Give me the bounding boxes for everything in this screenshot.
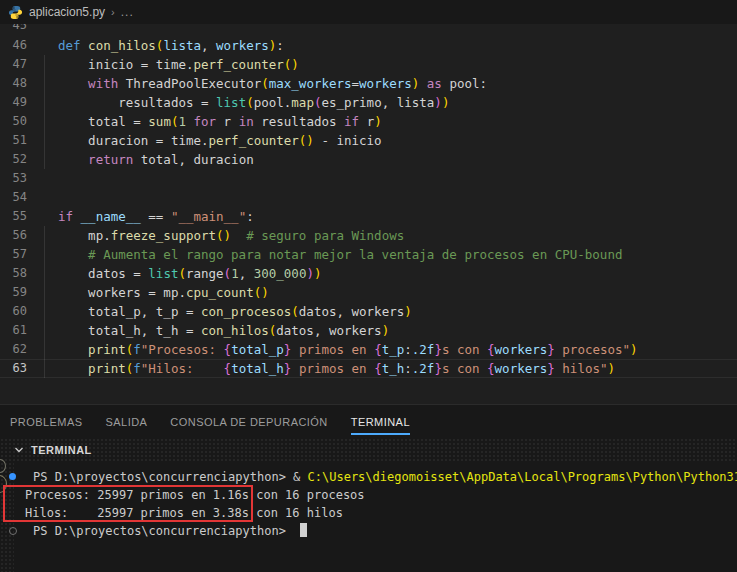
line-number: 55 xyxy=(0,207,40,226)
code-line[interactable]: 56 mp.freeze_support() # seguro para Win… xyxy=(0,226,737,245)
code-line[interactable]: 61 total_h, t_h = con_hilos(datos, worke… xyxy=(0,321,737,340)
code-text: # Aumenta el rango para notar mejor la v… xyxy=(40,245,622,264)
code-text: total_p, t_p = con_procesos(datos, worke… xyxy=(40,302,412,321)
line-number: 54 xyxy=(0,188,40,207)
bottom-panel: PROBLEMASSALIDACONSOLA DE DEPURACIÓNTERM… xyxy=(0,404,737,572)
terminal-line: Hilos: 25997 primos en 3.38s con 16 hilo… xyxy=(0,504,737,522)
line-number: 62 xyxy=(0,340,40,359)
line-number: 63 xyxy=(0,360,40,377)
code-line[interactable]: 45 xyxy=(0,24,737,36)
code-text: inicio = time.perf_counter() xyxy=(40,55,299,74)
line-number: 61 xyxy=(0,321,40,340)
code-line[interactable]: 59 workers = mp.cpu_count() xyxy=(0,283,737,302)
line-number: 59 xyxy=(0,283,40,302)
line-number: 47 xyxy=(0,55,40,74)
line-number: 49 xyxy=(0,93,40,112)
code-line[interactable]: 53 xyxy=(0,169,737,188)
breadcrumb-file[interactable]: aplicacion5.py xyxy=(29,5,105,19)
breadcrumb-more[interactable]: ... xyxy=(121,5,134,19)
breadcrumb-separator-icon: › xyxy=(111,6,115,18)
indent-guide xyxy=(44,226,45,378)
code-text: total = sum(1 for r in resultados if r) xyxy=(40,112,382,131)
code-text: with ThreadPoolExecutor(max_workers=work… xyxy=(40,74,487,93)
line-number: 51 xyxy=(0,131,40,150)
terminal-line: PS D:\proyectos\concurrenciapython> xyxy=(0,522,737,540)
code-text: total_h, t_h = con_hilos(datos, workers) xyxy=(40,321,389,340)
code-text: mp.freeze_support() # seguro para Window… xyxy=(40,226,404,245)
indent-guide xyxy=(44,55,45,169)
code-line[interactable]: 60 total_p, t_p = con_procesos(datos, wo… xyxy=(0,302,737,321)
code-text: def con_hilos(lista, workers): xyxy=(40,36,284,55)
code-text: if __name__ == "__main__": xyxy=(40,207,254,226)
line-number: 45 xyxy=(0,24,40,36)
terminal-line: PS D:\proyectos\concurrenciapython> & C:… xyxy=(0,468,737,486)
command-decoration-icon[interactable] xyxy=(9,473,16,480)
code-line[interactable]: 54 xyxy=(0,188,737,207)
code-text: duracion = time.perf_counter() - inicio xyxy=(40,131,382,150)
code-text: return total, duracion xyxy=(40,150,254,169)
terminal-section-header[interactable]: TERMINAL xyxy=(0,438,737,462)
code-text: datos = list(range(1, 300_000)) xyxy=(40,264,321,283)
code-line[interactable]: 63 print(f"Hilos: {total_h} primos en {t… xyxy=(0,359,737,378)
terminal[interactable]: PS D:\proyectos\concurrenciapython> & C:… xyxy=(0,462,737,540)
line-number: 57 xyxy=(0,245,40,264)
tab-salida[interactable]: SALIDA xyxy=(106,405,148,438)
code-line[interactable]: 51 duracion = time.perf_counter() - inic… xyxy=(0,131,737,150)
chevron-down-icon xyxy=(14,445,24,455)
line-number: 60 xyxy=(0,302,40,321)
terminal-section-title: TERMINAL xyxy=(31,444,92,456)
code-line[interactable]: 50 total = sum(1 for r in resultados if … xyxy=(0,112,737,131)
tab-consola-de-depuraci-n[interactable]: CONSOLA DE DEPURACIÓN xyxy=(170,405,327,438)
code-line[interactable]: 47 inicio = time.perf_counter() xyxy=(0,55,737,74)
code-line[interactable]: 57 # Aumenta el rango para notar mejor l… xyxy=(0,245,737,264)
code-text: workers = mp.cpu_count() xyxy=(40,283,269,302)
code-text: print(f"Procesos: {total_p} primos en {t… xyxy=(40,340,638,359)
command-decoration-icon[interactable] xyxy=(9,527,17,535)
terminal-line: Procesos: 25997 primos en 1.16s con 16 p… xyxy=(0,486,737,504)
breadcrumb: aplicacion5.py › ... xyxy=(0,0,737,24)
line-number: 50 xyxy=(0,112,40,131)
line-number: 46 xyxy=(0,36,40,55)
code-text xyxy=(40,169,58,188)
line-number: 52 xyxy=(0,150,40,169)
code-text: print(f"Hilos: {total_h} primos en {t_h:… xyxy=(40,360,615,377)
line-number: 48 xyxy=(0,74,40,93)
tab-terminal[interactable]: TERMINAL xyxy=(351,405,410,438)
panel-tab-bar: PROBLEMASSALIDACONSOLA DE DEPURACIÓNTERM… xyxy=(0,405,737,438)
code-editor[interactable]: 4546def con_hilos(lista, workers):47 ini… xyxy=(0,24,737,404)
code-line[interactable]: 58 datos = list(range(1, 300_000)) xyxy=(0,264,737,283)
code-line[interactable]: 52 return total, duracion xyxy=(0,150,737,169)
line-number: 56 xyxy=(0,226,40,245)
code-text xyxy=(40,188,58,207)
code-line[interactable]: 49 resultados = list(pool.map(es_primo, … xyxy=(0,93,737,112)
line-number: 58 xyxy=(0,264,40,283)
code-line[interactable]: 55if __name__ == "__main__": xyxy=(0,207,737,226)
code-line[interactable]: 48 with ThreadPoolExecutor(max_workers=w… xyxy=(0,74,737,93)
tab-problemas[interactable]: PROBLEMAS xyxy=(10,405,83,438)
code-line[interactable]: 46def con_hilos(lista, workers): xyxy=(0,36,737,55)
code-text: resultados = list(pool.map(es_primo, lis… xyxy=(40,93,449,112)
python-file-icon xyxy=(8,5,23,20)
line-number: 53 xyxy=(0,169,40,188)
code-line[interactable]: 62 print(f"Procesos: {total_p} primos en… xyxy=(0,340,737,359)
terminal-cursor xyxy=(300,523,307,537)
